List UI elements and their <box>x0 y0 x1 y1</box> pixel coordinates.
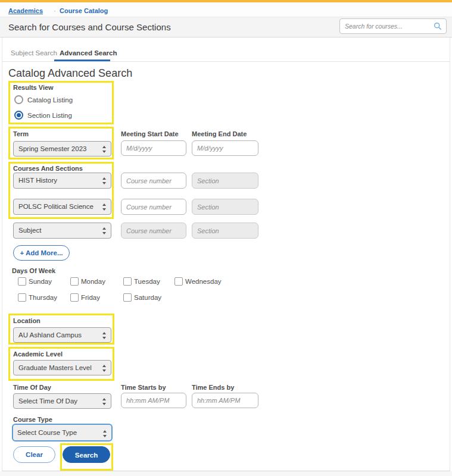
section-listing-radio-label[interactable]: Section Listing <box>27 112 72 119</box>
time-ends-by-input[interactable] <box>192 393 258 408</box>
course-number-input-row2[interactable] <box>121 199 186 215</box>
search-button[interactable]: Search <box>63 446 110 463</box>
meeting-start-date-input[interactable] <box>121 140 186 156</box>
page-background <box>0 471 452 476</box>
section-input-row3 <box>192 223 258 239</box>
select-stepper-icon <box>102 397 107 406</box>
select-stepper-icon <box>102 145 107 154</box>
course-type-label: Course Type <box>13 416 52 423</box>
select-stepper-icon <box>102 331 107 340</box>
subject-select-row1[interactable]: HIST History <box>13 173 111 189</box>
course-number-input-row3 <box>121 223 186 239</box>
tab-advanced-search[interactable]: Advanced Search <box>60 49 117 57</box>
meeting-end-date-label: Meeting End Date <box>192 130 247 137</box>
tabs-divider <box>2 61 450 62</box>
breadcrumb-academics-link[interactable]: Academics <box>8 7 43 14</box>
academic-level-select[interactable]: Graduate Masters Level <box>13 360 111 375</box>
course-search-box <box>339 18 447 34</box>
breadcrumb-separator: · <box>54 7 56 14</box>
sunday-checkbox-label[interactable]: Sunday <box>29 278 52 285</box>
course-number-input-row1[interactable] <box>121 173 186 189</box>
location-select[interactable]: AU Ashland Campus <box>13 327 111 343</box>
catalog-listing-radio[interactable] <box>14 95 23 104</box>
add-more-button[interactable]: + Add More... <box>13 245 70 261</box>
tab-subject-search[interactable]: Subject Search <box>11 49 57 57</box>
select-stepper-icon <box>102 203 107 211</box>
thursday-checkbox[interactable] <box>18 293 26 302</box>
wednesday-checkbox-label[interactable]: Wednesday <box>185 278 222 285</box>
plus-icon: + <box>20 249 24 256</box>
results-view-label: Results View <box>13 84 54 91</box>
subject-select-row3[interactable]: Subject <box>13 223 111 239</box>
subject-select-row2[interactable]: POLSC Political Science <box>13 199 111 215</box>
page-title: Search for Courses and Course Sections <box>8 22 171 32</box>
tuesday-checkbox[interactable] <box>123 277 132 286</box>
time-ends-by-label: Time Ends by <box>192 384 234 391</box>
catalog-listing-radio-label[interactable]: Catalog Listing <box>27 96 73 104</box>
monday-checkbox[interactable] <box>70 277 79 286</box>
term-select[interactable]: Spring Semester 2023 <box>13 141 111 156</box>
breadcrumb: Academics · Course Catalog <box>0 2 452 17</box>
thursday-checkbox-label[interactable]: Thursday <box>29 294 57 301</box>
time-of-day-select[interactable]: Select Time Of Day <box>13 393 111 409</box>
saturday-checkbox[interactable] <box>123 293 132 302</box>
course-search-input[interactable] <box>345 20 428 33</box>
courses-and-sections-label: Courses And Sections <box>13 165 83 172</box>
sunday-checkbox[interactable] <box>18 277 26 286</box>
days-of-week-label: Days Of Week <box>12 267 55 274</box>
course-catalog-page: Academics · Course Catalog Search for Co… <box>0 0 452 476</box>
select-stepper-icon <box>102 177 107 185</box>
time-starts-by-label: Time Starts by <box>121 384 166 391</box>
course-type-select[interactable]: Select Course Type <box>12 424 113 441</box>
section-listing-radio[interactable] <box>14 111 23 120</box>
catalog-advanced-search-heading: Catalog Advanced Search <box>8 67 132 80</box>
wednesday-checkbox[interactable] <box>174 277 183 286</box>
time-starts-by-input[interactable] <box>121 393 186 408</box>
meeting-start-date-label: Meeting Start Date <box>121 130 179 137</box>
academic-level-label: Academic Level <box>13 350 63 358</box>
clear-button[interactable]: Clear <box>13 446 55 463</box>
content-right-border <box>450 37 450 471</box>
select-stepper-icon <box>102 227 107 235</box>
friday-checkbox[interactable] <box>70 293 79 302</box>
section-input-row1 <box>192 173 258 189</box>
term-label: Term <box>13 130 29 137</box>
select-stepper-icon <box>103 430 107 438</box>
content-left-border <box>2 37 2 471</box>
saturday-checkbox-label[interactable]: Saturday <box>134 294 161 301</box>
tuesday-checkbox-label[interactable]: Tuesday <box>134 278 160 285</box>
search-icon[interactable] <box>434 22 442 30</box>
friday-checkbox-label[interactable]: Friday <box>81 294 100 301</box>
location-label: Location <box>13 317 40 324</box>
breadcrumb-course-catalog-link[interactable]: Course Catalog <box>60 7 108 14</box>
section-input-row2 <box>192 199 258 215</box>
time-of-day-label: Time Of Day <box>13 384 51 391</box>
monday-checkbox-label[interactable]: Monday <box>81 278 105 285</box>
meeting-end-date-input[interactable] <box>192 140 258 156</box>
select-stepper-icon <box>102 364 107 372</box>
